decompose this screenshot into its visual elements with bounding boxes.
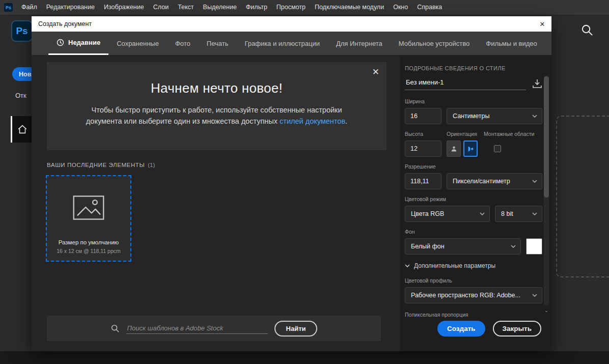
color-mode-label: Цветовой режим [405,196,542,202]
stock-search-input[interactable] [126,323,268,334]
create-button[interactable]: Создать [437,321,485,337]
unit-value: Сантиметры [453,113,529,120]
artboards-checkbox[interactable] [494,145,501,152]
dialog-titlebar: Создать документ ✕ [32,16,551,32]
recent-items-label: ВАШИ ПОСЛЕДНИЕ ЭЛЕМЕНТЫ [47,162,145,168]
hero-text: Чтобы быстро приступить к работе, исполь… [82,104,351,127]
height-input[interactable] [405,141,441,157]
advanced-options-toggle[interactable]: Дополнительные параметры [405,262,542,269]
landscape-icon [467,146,474,152]
tab-label: Недавние [68,39,100,46]
recent-template-card[interactable]: Размер по умолчанию 16 x 12 см @ 118,11 … [46,175,131,262]
orientation-label: Ориентация [447,131,484,137]
tab-label: Для Интернета [336,40,382,47]
background-label: Фон [405,229,542,235]
chevron-down-icon [532,115,537,118]
tab-saved[interactable]: Сохраненные [108,32,167,55]
chevron-down-icon [480,212,485,215]
new-document-dialog: Создать документ ✕ Недавние Сохраненные … [32,16,551,351]
menu-filter[interactable]: Фильтр [241,0,272,15]
width-input[interactable] [405,108,441,124]
chevron-down-icon [532,212,537,215]
resolution-label: Разрешение [405,163,542,170]
tab-label: Мобильное устройство [399,40,470,47]
menu-edit[interactable]: Редактирование [42,0,99,15]
recent-items-heading: ВАШИ ПОСЛЕДНИЕ ЭЛЕМЕНТЫ (1) [47,162,400,168]
tab-recent[interactable]: Недавние [48,32,108,55]
menu-file[interactable]: Файл [17,0,42,15]
template-title: Размер по умолчанию [59,239,119,245]
portrait-orientation-button[interactable] [447,141,461,157]
tab-label: Графика и иллюстрации [244,40,319,47]
menu-select[interactable]: Выделение [199,0,241,15]
tab-art-illustration[interactable]: Графика и иллюстрации [236,32,327,55]
menu-plugins[interactable]: Подключаемые модули [310,0,389,15]
dialog-tabs: Недавние Сохраненные Фото Печать Графика… [32,32,551,55]
background-color-swatch[interactable] [526,238,542,255]
menu-type[interactable]: Текст [173,0,198,15]
pixel-aspect-label: Попиксельная пропорция [405,312,542,318]
menu-image[interactable]: Изображение [99,0,149,15]
dialog-main-area: ✕ Начнем нечто новое! Чтобы быстро прист… [32,55,400,351]
menu-view[interactable]: Просмотр [272,0,310,15]
advanced-options-label: Дополнительные параметры [414,262,495,269]
document-name-input[interactable] [405,78,526,90]
bit-depth-select[interactable]: 8 bit [495,206,542,222]
resolution-unit-select[interactable]: Пиксели/сантиметр [447,173,542,189]
background-select[interactable]: Белый фон [405,238,521,255]
color-profile-select[interactable]: Рабочее пространство RGB: Adobe... [405,287,542,303]
status-strip [0,351,609,364]
menu-bar: Ps Файл Редактирование Изображение Слои … [0,0,609,15]
chevron-down-icon [405,264,410,267]
background-value: Белый фон [411,243,508,250]
scrollbar-thumb[interactable] [544,76,549,198]
color-mode-value: Цвета RGB [411,210,477,217]
find-button[interactable]: Найти [274,321,318,337]
document-presets-link[interactable]: стилей документов [280,117,345,125]
stock-search-bar: Найти [47,316,381,341]
menu-help[interactable]: Справка [412,0,447,15]
home-icon [17,124,28,135]
tab-label: Фото [175,40,190,47]
document-dropzone [556,116,609,277]
tab-film-video[interactable]: Фильмы и видео [478,32,545,55]
open-file-button[interactable]: Отк [15,92,26,99]
tab-label: Печать [207,40,229,47]
hero-text-after: . [345,117,347,125]
height-label: Высота [405,131,447,137]
tab-label: Сохраненные [117,40,159,47]
menu-layers[interactable]: Слои [149,0,173,15]
panel-heading: ПОДРОБНЫЕ СВЕДЕНИЯ О СТИЛЕ [405,65,542,71]
bit-depth-value: 8 bit [501,210,529,217]
width-label: Ширина [405,98,542,104]
orientation-group [447,141,478,157]
dialog-close-icon[interactable]: ✕ [533,16,551,32]
landscape-orientation-button[interactable] [463,141,478,157]
home-button[interactable] [11,116,33,143]
photoshop-window: { "colors": { "accent": "#1473e6" }, "wi… [0,0,609,364]
unit-select[interactable]: Сантиметры [447,108,542,124]
template-thumbnail [73,176,104,239]
hero-banner: ✕ Начнем нечто новое! Чтобы быстро прист… [47,62,386,150]
panel-scrollbar[interactable] [544,75,549,305]
menu-window[interactable]: Окно [389,0,412,15]
clock-icon [57,39,64,46]
template-dimensions: 16 x 12 см @ 118,11 ppcm [57,248,120,254]
app-search-icon[interactable] [580,23,594,39]
color-mode-select[interactable]: Цвета RGB [405,206,490,222]
chevron-down-icon [532,294,537,297]
tab-mobile[interactable]: Мобильное устройство [391,32,478,55]
photoshop-logo: Ps [11,20,33,42]
hero-title: Начнем нечто новое! [82,80,351,96]
hero-close-icon[interactable]: ✕ [372,67,379,77]
tab-web[interactable]: Для Интернета [328,32,391,55]
color-profile-label: Цветовой профиль [405,277,542,284]
app-icon: Ps [4,3,13,12]
scrollbar-down-arrow[interactable]: ⌄ [543,307,549,313]
tab-print[interactable]: Печать [199,32,237,55]
close-button[interactable]: Закрыть [493,321,541,337]
resolution-input[interactable] [405,173,441,189]
save-preset-icon[interactable] [532,79,542,88]
tab-photo[interactable]: Фото [167,32,199,55]
color-profile-value: Рабочее пространство RGB: Adobe... [411,292,529,299]
